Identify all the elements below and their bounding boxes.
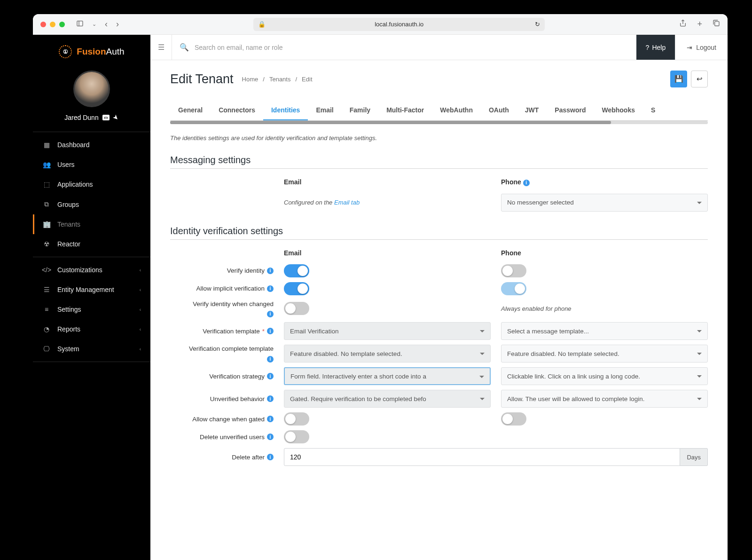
save-button[interactable]: 💾 [670, 71, 687, 87]
sidebar-item-entity-management[interactable]: ☰Entity Management‹ [33, 280, 150, 300]
select-unverified-behavior-phone[interactable]: Allow. The user will be allowed to compl… [501, 390, 708, 408]
reload-icon[interactable]: ↻ [535, 21, 540, 28]
tab-webauthn[interactable]: WebAuthn [432, 101, 481, 120]
info-icon[interactable]: i [267, 285, 274, 292]
sidebar-item-customizations[interactable]: </>Customizations‹ [33, 260, 150, 280]
back-button[interactable]: ↩ [691, 71, 708, 87]
info-icon[interactable]: i [267, 311, 274, 317]
label-allow-change-gated: Allow change when gatedi [170, 416, 274, 423]
tab-scrollbar[interactable] [170, 121, 708, 124]
phone-messenger-select[interactable]: No messenger selected [501, 194, 708, 212]
help-button[interactable]: ?Help [636, 35, 675, 60]
logout-icon: ⇥ [687, 44, 692, 51]
address-bar[interactable]: 🔒 local.fusionauth.io ↻ [253, 18, 545, 31]
sidebar-item-settings[interactable]: ≡Settings‹ [33, 300, 150, 319]
info-icon[interactable]: i [267, 434, 274, 440]
sidebar-item-users[interactable]: 👥Users [33, 155, 150, 174]
id-card-icon[interactable]: ▭ [102, 115, 110, 120]
tab-password[interactable]: Password [547, 101, 594, 120]
sidebar-item-dashboard[interactable]: ▦Dashboard [33, 135, 150, 155]
new-tab-icon[interactable]: + [697, 19, 702, 29]
info-icon[interactable]: i [267, 416, 274, 422]
toggle-verify-identity-email[interactable] [284, 264, 309, 277]
tab-general[interactable]: General [170, 101, 211, 120]
content: The identities settings are used for ide… [150, 124, 728, 560]
toggle-verify-changed-email[interactable] [284, 302, 309, 315]
info-icon[interactable]: i [523, 180, 530, 186]
breadcrumb-tenants[interactable]: Tenants [269, 76, 291, 83]
email-tab-link[interactable]: Email tab [334, 199, 360, 206]
tab-email[interactable]: Email [308, 101, 341, 120]
logo-text: FusionAuth [77, 47, 124, 57]
breadcrumb-home[interactable]: Home [242, 76, 258, 83]
settings-icon: ≡ [42, 306, 51, 313]
select-verification-strategy-phone[interactable]: Clickable link. Click on a link using a … [501, 367, 708, 385]
select-verification-template-phone[interactable]: Select a message template... [501, 322, 708, 340]
toggle-allow-implicit-phone[interactable] [501, 282, 526, 295]
select-unverified-behavior-email[interactable]: Gated. Require verification to be comple… [284, 390, 491, 408]
page-title: Edit Tenant [170, 72, 234, 87]
toggle-allow-implicit-email[interactable] [284, 282, 309, 295]
toggle-delete-unverified[interactable] [284, 430, 309, 443]
col-header-phone: Phone i [501, 175, 708, 189]
tab-oauth[interactable]: OAuth [481, 101, 517, 120]
breadcrumb: Home/ Tenants/ Edit [242, 76, 313, 83]
tab-family[interactable]: Family [342, 101, 378, 120]
tab-description: The identities settings are used for ide… [170, 134, 708, 142]
info-icon[interactable]: i [267, 356, 274, 363]
col-header-email: Email [284, 175, 491, 189]
sidebar-item-groups[interactable]: ⧉Groups [33, 194, 150, 214]
svg-rect-0 [77, 21, 83, 26]
info-icon[interactable]: i [267, 373, 274, 379]
tab-connectors[interactable]: Connectors [211, 101, 263, 120]
window-zoom[interactable] [59, 22, 65, 27]
toggle-verify-identity-phone[interactable] [501, 264, 526, 277]
tab-more[interactable]: S [643, 101, 663, 120]
location-icon[interactable]: ➤ [111, 113, 121, 122]
tab-scrollbar-thumb[interactable] [170, 121, 611, 124]
input-delete-after[interactable] [284, 448, 680, 466]
window-minimize[interactable] [50, 22, 55, 27]
search-input[interactable] [195, 44, 629, 51]
sidebar-item-reactor[interactable]: ☢Reactor [33, 234, 150, 254]
tab-identities[interactable]: Identities [263, 101, 308, 120]
svg-rect-3 [715, 22, 719, 26]
select-verification-complete-phone[interactable]: Feature disabled. No template selected. [501, 345, 708, 363]
chevron-down-icon[interactable]: ⌄ [92, 21, 96, 27]
tab-multi-factor[interactable]: Multi-Factor [378, 101, 432, 120]
info-icon[interactable]: i [267, 268, 274, 274]
select-verification-template-email[interactable]: Email Verification [284, 322, 491, 340]
back-icon[interactable]: ‹ [105, 19, 108, 29]
sidebar-collapse-button[interactable]: ☰ [150, 35, 172, 60]
sidebar-item-tenants[interactable]: 🏢Tenants [33, 214, 150, 234]
nav: ▦Dashboard 👥Users ⬚Applications ⧉Groups … [33, 132, 150, 560]
reactor-icon: ☢ [42, 240, 51, 248]
info-icon[interactable]: i [267, 454, 274, 460]
section-messaging-title: Messaging settings [170, 155, 708, 169]
toggle-allow-change-gated-phone[interactable] [501, 412, 526, 426]
share-icon[interactable] [679, 19, 687, 29]
info-icon[interactable]: i [267, 395, 274, 402]
sidebar-toggle-icon[interactable] [76, 20, 84, 29]
select-verification-complete-email[interactable]: Feature disabled. No template selected. [284, 345, 491, 363]
page-header: Edit Tenant Home/ Tenants/ Edit 💾 ↩ [150, 60, 728, 87]
sidebar-item-reports[interactable]: ◔Reports‹ [33, 319, 150, 339]
email-config-note: Configured on the Email tab [284, 199, 491, 206]
tab-jwt[interactable]: JWT [517, 101, 547, 120]
toggle-allow-change-gated-email[interactable] [284, 412, 309, 426]
logo: ① FusionAuth [33, 35, 150, 67]
sidebar-item-applications[interactable]: ⬚Applications [33, 174, 150, 194]
apps-icon: ⬚ [42, 181, 51, 188]
select-verification-strategy-email[interactable]: Form field. Interactively enter a short … [284, 367, 491, 385]
search-bar: 🔍 [172, 43, 636, 52]
chevron-left-icon: ‹ [140, 268, 141, 273]
tab-webhooks[interactable]: Webhooks [594, 101, 643, 120]
tabs-icon[interactable] [713, 19, 720, 29]
label-verify-identity: Verify identityi [170, 267, 274, 274]
window-close[interactable] [40, 22, 46, 27]
avatar[interactable] [73, 71, 110, 107]
info-icon[interactable]: i [267, 328, 274, 334]
chevron-left-icon: ‹ [140, 327, 141, 332]
logout-button[interactable]: ⇥Logout [675, 35, 728, 60]
sidebar-item-system[interactable]: 🖵System‹ [33, 339, 150, 359]
